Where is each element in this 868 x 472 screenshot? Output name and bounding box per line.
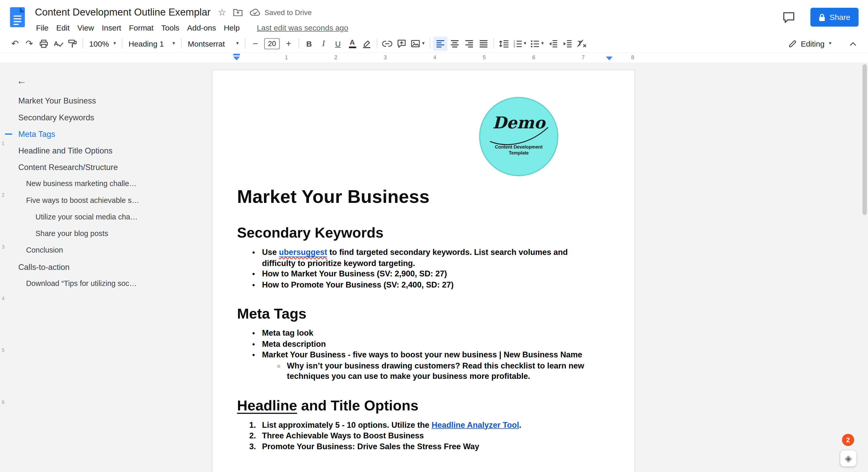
- outline-item[interactable]: Calls-to-action: [0, 259, 206, 275]
- list-item-text: How to Market Your Business (SV: 2,900, …: [262, 269, 447, 278]
- outline-item[interactable]: Share your blog posts: [0, 226, 206, 242]
- document-page[interactable]: Demo Content Development Template Market…: [212, 70, 635, 472]
- align-center-button[interactable]: [447, 36, 462, 51]
- ruler-mark: 5: [483, 54, 486, 61]
- align-justify-button[interactable]: [476, 36, 491, 51]
- outline-item[interactable]: Meta Tags: [0, 126, 206, 142]
- chevron-down-icon: ▾: [541, 41, 544, 46]
- menu-file[interactable]: File: [35, 22, 53, 34]
- menu-addons[interactable]: Add-ons: [183, 22, 220, 34]
- menu-edit[interactable]: Edit: [52, 22, 73, 34]
- list-item: 1.List approximately 5 - 10 options. Uti…: [237, 420, 602, 431]
- horizontal-ruler: 12345678: [0, 53, 868, 63]
- outline-item[interactable]: Headline and Title Options: [0, 142, 206, 159]
- text-color-button[interactable]: A: [345, 36, 360, 51]
- redo-button[interactable]: ↷: [22, 36, 37, 51]
- outline-item[interactable]: Content Research/Structure: [0, 159, 206, 175]
- last-edit-link[interactable]: Last edit was seconds ago: [257, 23, 348, 32]
- menu-view[interactable]: View: [73, 22, 98, 34]
- first-line-indent-marker[interactable]: [233, 54, 240, 55]
- align-left-button[interactable]: [433, 36, 447, 51]
- editing-mode-select[interactable]: Editing ▾: [784, 36, 836, 51]
- insert-image-button[interactable]: ▾: [409, 37, 427, 50]
- star-icon[interactable]: ☆: [218, 7, 226, 17]
- comment-count-badge[interactable]: 2: [842, 434, 854, 446]
- highlight-color-button[interactable]: [360, 36, 374, 51]
- clear-formatting-icon: T: [577, 39, 587, 48]
- menu-bar: FileEditViewInsertFormatToolsAdd-onsHelp…: [35, 21, 348, 34]
- outline-item[interactable]: Conclusion: [0, 242, 206, 259]
- move-folder-icon[interactable]: [234, 8, 243, 16]
- list-item-text: Promote Your Business: Drive Sales the S…: [262, 442, 479, 450]
- share-button[interactable]: Share: [810, 8, 859, 27]
- print-button[interactable]: [36, 36, 51, 51]
- decrease-indent-icon: [549, 39, 557, 47]
- bulleted-list: ●Meta tag look●Meta description●Market Y…: [237, 328, 602, 382]
- font-select[interactable]: Montserrat ▾: [184, 37, 242, 50]
- vertical-scrollbar[interactable]: [863, 64, 867, 215]
- align-right-button[interactable]: [462, 36, 476, 51]
- clear-formatting-button[interactable]: T: [575, 36, 589, 51]
- menu-insert[interactable]: Insert: [98, 22, 125, 34]
- text-color-icon: A: [349, 39, 356, 48]
- spellcheck-button[interactable]: A: [51, 36, 65, 51]
- decrease-indent-button[interactable]: [546, 36, 560, 51]
- open-comments-button[interactable]: [780, 9, 797, 25]
- toolbar-separator: [430, 38, 430, 49]
- left-indent-marker[interactable]: [233, 56, 240, 60]
- italic-button[interactable]: I: [316, 36, 331, 51]
- decrease-font-size-button[interactable]: −: [248, 36, 262, 51]
- outline-item[interactable]: Five ways to boost achievable s…: [0, 192, 206, 209]
- document-title[interactable]: Content Development Outline Exemplar: [35, 6, 211, 18]
- font-size-input[interactable]: 20: [264, 38, 280, 49]
- list-bullet: ●: [252, 328, 255, 339]
- list-item-text: Meta tag look: [262, 329, 313, 337]
- numbered-list-button[interactable]: 123 ▾: [511, 37, 529, 50]
- doc-link[interactable]: ubersuggest: [279, 248, 327, 257]
- menu-format[interactable]: Format: [125, 22, 157, 34]
- undo-button[interactable]: ↶: [8, 36, 22, 51]
- bulleted-list-button[interactable]: ▾: [529, 37, 546, 50]
- outline-item-label: Conclusion: [26, 246, 63, 254]
- title-row: Content Development Outline Exemplar ☆ S…: [35, 5, 348, 20]
- text-segment: How to Market Your Business (SV: 2,900, …: [262, 269, 447, 278]
- list-item: ●Meta tag look: [237, 328, 602, 339]
- chevron-down-icon: ▾: [114, 41, 116, 46]
- explore-button[interactable]: ◈: [840, 450, 856, 467]
- line-spacing-button[interactable]: [496, 36, 511, 51]
- google-docs-app: Content Development Outline Exemplar ☆ S…: [0, 0, 868, 472]
- increase-indent-button[interactable]: [560, 36, 575, 51]
- outline-item[interactable]: Utilize your social media cha…: [0, 209, 206, 226]
- close-outline-button[interactable]: ←: [14, 74, 29, 88]
- outline-item[interactable]: Secondary Keywords: [0, 109, 206, 126]
- header-actions: Share: [780, 8, 859, 27]
- zoom-select[interactable]: 100% ▾: [86, 37, 119, 50]
- hide-menus-button[interactable]: [846, 36, 860, 51]
- menu-help[interactable]: Help: [220, 22, 244, 34]
- outline-item[interactable]: Market Your Business: [0, 93, 206, 109]
- saved-status[interactable]: Saved to Drive: [250, 8, 311, 16]
- bold-button[interactable]: B: [302, 36, 316, 51]
- back-arrow-icon: ←: [17, 75, 27, 87]
- chevron-down-icon: ▾: [173, 41, 175, 46]
- outline-item[interactable]: Download “Tips for utilizing soc…: [0, 275, 206, 292]
- right-indent-marker[interactable]: [606, 56, 613, 60]
- underline-button[interactable]: U: [331, 36, 345, 51]
- text-segment: .: [519, 420, 521, 429]
- paragraph-style-select[interactable]: Heading 1 ▾: [125, 37, 179, 50]
- doc-link[interactable]: Headline Analyzer Tool: [432, 420, 519, 429]
- list-item: ●Market Your Business - five ways to boo…: [237, 350, 602, 360]
- outline-item-label: Secondary Keywords: [19, 113, 94, 122]
- outline-item-label: Meta Tags: [19, 130, 55, 139]
- paint-format-icon: [68, 39, 77, 48]
- heading-segment: Headline: [237, 397, 297, 414]
- add-comment-button[interactable]: [394, 36, 409, 51]
- docs-logo-icon[interactable]: [10, 7, 25, 27]
- paint-format-button[interactable]: [65, 36, 80, 51]
- outline-item[interactable]: New business marketing challe…: [0, 176, 206, 192]
- increase-font-size-button[interactable]: +: [281, 36, 296, 51]
- heading-segment: Secondary Keywords: [237, 224, 383, 241]
- menu-tools[interactable]: Tools: [157, 22, 183, 34]
- outline-item-label: Utilize your social media cha…: [35, 213, 137, 221]
- insert-link-button[interactable]: [380, 36, 395, 51]
